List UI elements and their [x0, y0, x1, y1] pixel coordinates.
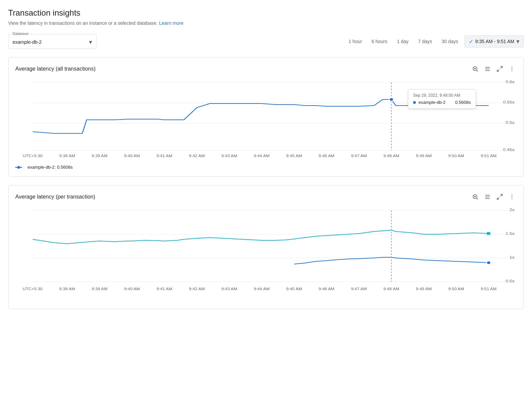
svg-text:9:42 AM: 9:42 AM [189, 154, 205, 157]
database-select[interactable]: Database example-db-2 ▾ [8, 34, 96, 49]
page-title: Transaction insights [8, 8, 524, 18]
chart1-fullscreen-btn[interactable] [495, 64, 504, 74]
svg-point-75 [486, 261, 491, 264]
database-label: Database [12, 32, 29, 36]
svg-text:9:46 AM: 9:46 AM [319, 287, 335, 291]
chart2-fullscreen-btn[interactable] [495, 192, 504, 202]
svg-text:9:44 AM: 9:44 AM [254, 287, 270, 291]
chart1-legend: example-db-2: 0.5608s [15, 165, 517, 170]
chart1-more-btn[interactable] [507, 64, 517, 74]
chart2-legend-btn[interactable] [483, 192, 492, 202]
svg-text:9:46 AM: 9:46 AM [319, 154, 335, 157]
svg-text:9:39 AM: 9:39 AM [92, 154, 108, 157]
chart1-svg: 0.6s 0.55s 0.5s 0.45s UTC+5:30 9:38 AM 9… [15, 79, 517, 161]
svg-text:9:43 AM: 9:43 AM [221, 154, 237, 157]
chart1-area[interactable]: 0.6s 0.55s 0.5s 0.45s UTC+5:30 9:38 AM 9… [15, 79, 517, 161]
svg-point-9 [512, 67, 513, 68]
svg-point-36 [389, 98, 394, 101]
svg-text:9:45 AM: 9:45 AM [286, 287, 302, 291]
svg-point-10 [512, 69, 513, 70]
svg-text:1s: 1s [510, 255, 515, 259]
svg-text:9:38 AM: 9:38 AM [59, 287, 75, 291]
chart1-title: Average latency (all transactions) [15, 66, 95, 72]
svg-text:9:38 AM: 9:38 AM [59, 154, 75, 157]
svg-point-38 [17, 166, 20, 169]
time-btn-1hour[interactable]: 1 hour [345, 37, 366, 46]
svg-text:9:44 AM: 9:44 AM [254, 154, 270, 157]
svg-text:9:43 AM: 9:43 AM [221, 287, 237, 291]
svg-point-50 [512, 199, 513, 200]
check-icon: ✓ [469, 38, 473, 45]
svg-line-47 [497, 198, 499, 200]
svg-text:9:41 AM: 9:41 AM [157, 287, 173, 291]
svg-text:0.5s: 0.5s [506, 279, 514, 283]
svg-text:0.45s: 0.45s [503, 148, 514, 152]
database-dropdown-arrow: ▾ [89, 38, 92, 46]
chart2-card: Average latency (per transaction) [8, 185, 524, 309]
database-select-value[interactable]: example-db-2 ▾ [13, 36, 92, 47]
time-btn-6hours[interactable]: 6 hours [368, 37, 391, 46]
time-controls: 1 hour 6 hours 1 day 7 days 30 days ✓ 9:… [345, 35, 524, 48]
chart2-title: Average latency (per transaction) [15, 194, 95, 200]
svg-text:9:49 AM: 9:49 AM [416, 154, 432, 157]
svg-line-40 [477, 198, 478, 200]
learn-more-link[interactable]: Learn more [159, 20, 183, 26]
page-subtitle: View the latency in transactions on an i… [8, 20, 524, 26]
selected-database: example-db-2 [13, 39, 42, 45]
svg-text:9:39 AM: 9:39 AM [92, 287, 108, 291]
svg-rect-74 [487, 232, 490, 235]
svg-text:2s: 2s [510, 208, 515, 212]
range-dropdown-arrow: ▾ [516, 38, 519, 45]
chart2-zoom-btn[interactable] [471, 192, 480, 202]
svg-text:9:42 AM: 9:42 AM [189, 287, 205, 291]
svg-text:1.5s: 1.5s [506, 231, 514, 236]
chart2-header: Average latency (per transaction) [15, 192, 517, 202]
svg-text:9:50 AM: 9:50 AM [448, 287, 464, 291]
controls-row: Database example-db-2 ▾ 1 hour 6 hours 1… [8, 34, 524, 49]
svg-text:9:50 AM: 9:50 AM [448, 154, 464, 157]
svg-text:UTC+5:30: UTC+5:30 [23, 287, 42, 291]
svg-point-49 [512, 197, 513, 198]
svg-line-8 [497, 70, 499, 72]
chart1-card: Average latency (all transactions) [8, 57, 524, 177]
svg-text:9:47 AM: 9:47 AM [351, 287, 367, 291]
svg-text:0.6s: 0.6s [506, 80, 514, 84]
svg-text:9:41 AM: 9:41 AM [157, 154, 173, 157]
selected-range: 9:35 AM - 9:51 AM [475, 39, 514, 44]
svg-text:9:48 AM: 9:48 AM [384, 287, 400, 291]
time-btn-1day[interactable]: 1 day [393, 37, 412, 46]
svg-text:9:49 AM: 9:49 AM [416, 287, 432, 291]
svg-point-48 [512, 194, 513, 195]
svg-text:0.5s: 0.5s [506, 120, 514, 125]
chart1-legend-btn[interactable] [483, 64, 492, 74]
chart2-area[interactable]: 2s 1.5s 1s 0.5s UTC+5:30 9:38 AM 9:39 AM… [15, 207, 517, 302]
time-btn-7days[interactable]: 7 days [415, 37, 436, 46]
svg-point-11 [512, 71, 513, 72]
svg-text:9:47 AM: 9:47 AM [351, 154, 367, 157]
svg-line-46 [500, 194, 502, 197]
svg-text:9:40 AM: 9:40 AM [124, 287, 140, 291]
chart2-more-btn[interactable] [507, 192, 517, 202]
legend-line-icon [15, 165, 25, 169]
svg-text:9:51 AM: 9:51 AM [481, 154, 497, 157]
svg-text:9:48 AM: 9:48 AM [384, 154, 400, 157]
chart1-legend-text: example-db-2: 0.5608s [28, 165, 73, 170]
time-btn-30days[interactable]: 30 days [438, 37, 462, 46]
time-range-button[interactable]: ✓ 9:35 AM - 9:51 AM ▾ [464, 35, 524, 48]
chart2-svg: 2s 1.5s 1s 0.5s UTC+5:30 9:38 AM 9:39 AM… [15, 207, 517, 302]
chart1-header: Average latency (all transactions) [15, 64, 517, 74]
chart1-zoom-btn[interactable] [471, 64, 480, 74]
svg-line-7 [500, 67, 502, 69]
chart2-actions [471, 192, 517, 202]
svg-text:9:51 AM: 9:51 AM [481, 287, 497, 291]
chart1-actions [471, 64, 517, 74]
svg-text:UTC+5:30: UTC+5:30 [23, 154, 42, 157]
svg-text:9:40 AM: 9:40 AM [124, 154, 140, 157]
svg-text:0.55s: 0.55s [503, 100, 514, 104]
svg-line-1 [477, 70, 478, 72]
svg-text:9:45 AM: 9:45 AM [286, 154, 302, 157]
